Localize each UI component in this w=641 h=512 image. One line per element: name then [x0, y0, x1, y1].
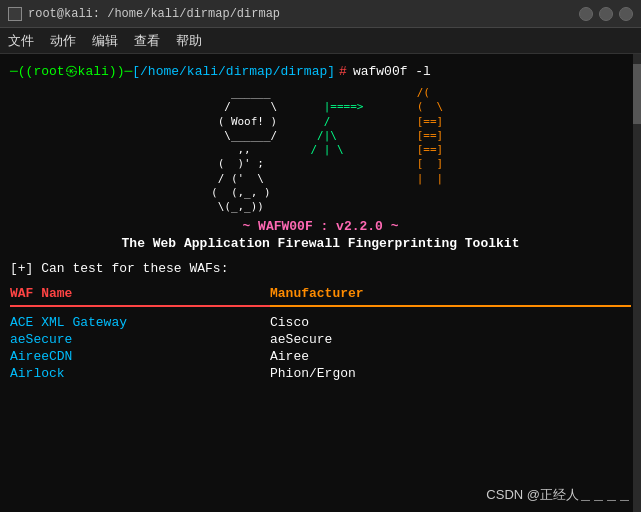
prompt-hash: # [339, 64, 347, 79]
col-header-waf: WAF Name [10, 286, 270, 307]
col-header-mfg: Manufacturer [270, 286, 631, 307]
prompt-path: [/home/kali/dirmap/dirmap] [132, 64, 335, 79]
waf-column: WAF Name ACE XML Gateway aeSecure AireeC… [10, 286, 270, 381]
menu-edit[interactable]: 编辑 [92, 32, 118, 50]
menu-help[interactable]: 帮助 [176, 32, 202, 50]
menu-file[interactable]: 文件 [8, 32, 34, 50]
ascii-gun: |====> / /|\ / | \ [297, 86, 363, 215]
waf-entry-1: ACE XML Gateway [10, 315, 270, 330]
waf-entry-3: AireeCDN [10, 349, 270, 364]
window-icon [8, 7, 22, 21]
ascii-dog: ______ / \ ( Woof! ) \______/ ,, ( )' ; … [198, 86, 277, 215]
waf-title: ~ WAFW00F : v2.2.0 ~ [10, 219, 631, 234]
titlebar-title: root@kali: /home/kali/dirmap/dirmap [28, 7, 280, 21]
prompt-bracket-close: )─ [117, 64, 133, 79]
scrollbar-thumb[interactable] [633, 64, 641, 124]
menu-action[interactable]: 动作 [50, 32, 76, 50]
can-test-line: [+] Can test for these WAFs: [10, 261, 631, 276]
prompt-line: ─( (root㉿kali) )─ [/home/kali/dirmap/dir… [10, 62, 631, 80]
mfg-column: Manufacturer Cisco aeSecure Airee Phion/… [270, 286, 631, 381]
ascii-bomb: /( ( \ [==] [==] [==] [ ] | | [403, 86, 443, 215]
watermark: CSDN @正经人＿＿＿＿ [486, 486, 631, 504]
menu-view[interactable]: 查看 [134, 32, 160, 50]
window-controls [579, 7, 633, 21]
prompt-user: (root㉿kali) [26, 62, 117, 80]
waf-entry-4: Airlock [10, 366, 270, 381]
prompt-cmd: wafw00f -l [353, 64, 431, 79]
menubar: 文件 动作 编辑 查看 帮助 [0, 28, 641, 54]
mfg-entry-3: Airee [270, 349, 631, 364]
waf-subtitle: The Web Application Firewall Fingerprint… [10, 236, 631, 251]
prompt-bracket-open: ─( [10, 64, 26, 79]
mfg-entry-1: Cisco [270, 315, 631, 330]
minimize-button[interactable] [579, 7, 593, 21]
waf-table: WAF Name ACE XML Gateway aeSecure AireeC… [10, 286, 631, 381]
terminal: ─( (root㉿kali) )─ [/home/kali/dirmap/dir… [0, 54, 641, 512]
titlebar: root@kali: /home/kali/dirmap/dirmap [0, 0, 641, 28]
ascii-art-container: ______ / \ ( Woof! ) \______/ ,, ( )' ; … [10, 86, 631, 215]
titlebar-left: root@kali: /home/kali/dirmap/dirmap [8, 7, 280, 21]
mfg-entry-2: aeSecure [270, 332, 631, 347]
scrollbar[interactable] [633, 54, 641, 512]
maximize-button[interactable] [599, 7, 613, 21]
waf-entry-2: aeSecure [10, 332, 270, 347]
close-button[interactable] [619, 7, 633, 21]
mfg-entry-4: Phion/Ergon [270, 366, 631, 381]
